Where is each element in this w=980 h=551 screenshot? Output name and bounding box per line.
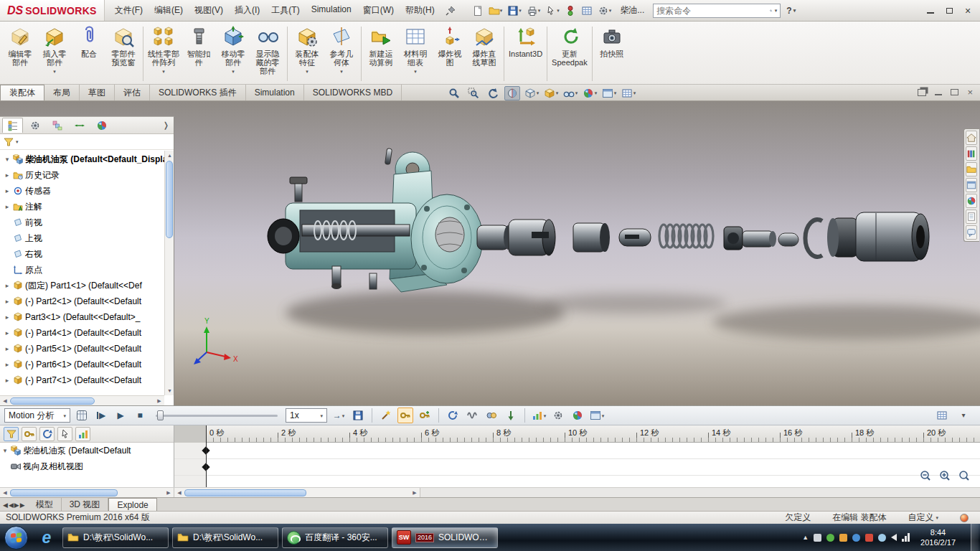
tree-root-assembly[interactable]: ▾ 柴油机油泵 (Default<Default_Displa — [2, 151, 174, 167]
previous-view-icon[interactable] — [485, 86, 501, 100]
expander-icon[interactable]: ▾ — [1, 447, 9, 454]
zoom-in-icon[interactable] — [939, 470, 951, 481]
tree-item-part3[interactable]: ▸ Part3<1> (Default<<Default>_ — [2, 309, 174, 325]
scrollbar-thumb[interactable] — [10, 397, 95, 405]
tree-item-annotations[interactable]: ▸ 注解 — [2, 199, 174, 215]
motor-button[interactable] — [445, 408, 461, 423]
save-animation-button[interactable] — [350, 408, 366, 423]
tray-update-icon[interactable] — [839, 534, 847, 542]
edit-appearance-icon[interactable]: ▾ — [582, 86, 598, 100]
show-desktop-button[interactable] — [971, 524, 979, 551]
expander-icon[interactable]: ▸ — [4, 314, 11, 321]
rebuild-button[interactable] — [563, 4, 578, 18]
menu-window[interactable]: 窗口(W) — [357, 1, 400, 20]
stop-button[interactable]: ■ — [132, 408, 148, 423]
snap-ring-part[interactable] — [805, 220, 822, 257]
minimize-button[interactable] — [921, 4, 940, 18]
view-orientation-icon[interactable]: ▾ — [524, 86, 540, 100]
tree-item-origin[interactable]: 原点 — [2, 262, 174, 278]
end-cap-part[interactable] — [827, 212, 929, 261]
tree-vertical-scrollbar[interactable]: ▲ ▼ — [164, 151, 174, 395]
tray-cloud-icon[interactable] — [878, 534, 886, 542]
hidden-icons-arrow[interactable]: ▲ — [802, 534, 809, 541]
animation-wizard-button[interactable] — [378, 408, 394, 423]
reference-geometry-button[interactable]: 参考几 何体 ▾ — [324, 25, 359, 75]
new-motion-study-button[interactable]: 新建运 动算例 — [364, 25, 398, 67]
search-icon[interactable] — [770, 5, 772, 17]
menu-simulation[interactable]: Simulation — [306, 1, 357, 20]
explode-line-sketch-button[interactable]: 爆炸直 线草图 — [467, 25, 501, 67]
timeline-ruler[interactable]: 0 秒 2 秒 4 秒 6 秒 8 秒 10 秒 12 秒 14 秒 16 秒 … — [174, 425, 980, 443]
expander-icon[interactable]: ▸ — [4, 298, 11, 305]
pin-part[interactable] — [385, 149, 392, 165]
scrollbar-thumb[interactable] — [184, 489, 306, 496]
simulation-setup-button[interactable] — [550, 408, 566, 423]
zoom-fit-icon[interactable] — [446, 86, 462, 100]
tab-sketch[interactable]: 草图 — [80, 85, 115, 100]
instant3d-button[interactable]: Instant3D — [507, 25, 545, 59]
scrollbar-thumb[interactable] — [166, 161, 173, 238]
scrollbar-thumb[interactable] — [10, 489, 118, 496]
tree-item-part7[interactable]: ▸ (-) Part7<1> (Default<<Default — [2, 372, 174, 388]
tray-printer-icon[interactable] — [814, 534, 821, 542]
tree-item-part5[interactable]: ▸ (-) Part5<1> (Default<<Default — [2, 341, 174, 357]
filter-results-button[interactable] — [75, 427, 90, 441]
taskbar-baidu-translate[interactable]: 百度翻译 - 360安... — [282, 527, 388, 548]
tray-antivirus-icon[interactable] — [826, 534, 834, 542]
motion-tree-hscrollbar[interactable]: ◀▶ — [0, 488, 174, 497]
tray-im-icon[interactable] — [852, 534, 860, 542]
timeline-playhead[interactable] — [206, 425, 207, 487]
tree-item-sensors[interactable]: ▸ 传感器 — [2, 183, 174, 199]
insert-component-button[interactable]: 插入零 部件 ▾ — [37, 25, 72, 75]
explode-study-tab[interactable]: Explode — [108, 498, 156, 512]
bom-button[interactable]: 材料明 细表 ▾ — [398, 25, 433, 75]
smart-fastener-button[interactable]: 智能扣 件 — [182, 25, 216, 67]
autokey-button[interactable] — [397, 408, 413, 423]
slider-thumb[interactable] — [157, 410, 164, 420]
menu-view[interactable]: 视图(V) — [189, 1, 229, 20]
calculate-button[interactable] — [74, 408, 90, 423]
playback-mode-button[interactable]: →▾ — [331, 408, 347, 423]
spring-part[interactable] — [659, 225, 713, 248]
open-button[interactable]: ▾ — [487, 4, 504, 18]
spring-button[interactable] — [464, 408, 480, 423]
tree-item-front-plane[interactable]: 前视 — [2, 215, 174, 230]
doc-close-icon[interactable]: × — [967, 88, 973, 97]
expander-icon[interactable]: ▸ — [4, 282, 11, 289]
configurationmanager-tab[interactable] — [47, 118, 67, 133]
menu-file[interactable]: 文件(F) — [109, 1, 149, 20]
small-pin-part[interactable] — [778, 233, 798, 246]
customize-menu[interactable]: 自定义▾ — [908, 512, 938, 524]
coupling-part[interactable] — [477, 220, 555, 255]
timeline-position-slider[interactable] — [156, 409, 278, 422]
appearances-scenes-icon[interactable] — [966, 194, 977, 208]
zoom-area-icon[interactable] — [466, 86, 481, 100]
network-icon[interactable] — [902, 533, 910, 542]
exploded-view-button[interactable]: 爆炸视 图 — [433, 25, 467, 67]
tree-item-part4[interactable]: ▸ (-) Part4<1> (Default<<Default — [2, 325, 174, 341]
gravity-button[interactable] — [503, 408, 519, 423]
tree-item-part2[interactable]: ▸ (-) Part2<1> (Default<<Default — [2, 293, 174, 309]
socket-bolt-part[interactable] — [724, 227, 776, 250]
tab-mbd[interactable]: SOLIDWORKS MBD — [304, 85, 402, 100]
display-options-button[interactable]: ▾ — [589, 408, 605, 423]
contact-button[interactable] — [484, 408, 499, 423]
select-button[interactable]: ▾ — [544, 4, 561, 18]
timeline-hscrollbar[interactable]: ◀▶ — [174, 488, 420, 497]
spacer-part[interactable] — [573, 223, 610, 252]
tab-evaluate[interactable]: 评估 — [115, 85, 150, 100]
tab-layout[interactable]: 布局 — [44, 85, 80, 100]
threed-views-tab[interactable]: 3D 视图 — [62, 498, 109, 512]
custom-properties-icon[interactable] — [966, 209, 977, 224]
motion-timeline[interactable]: 0 秒 2 秒 4 秒 6 秒 8 秒 10 秒 12 秒 14 秒 16 秒 … — [174, 425, 980, 487]
play-from-start-button[interactable]: ▶ — [93, 408, 109, 423]
view-palette-icon[interactable] — [966, 178, 977, 192]
volume-icon[interactable] — [891, 534, 897, 541]
expander-icon[interactable]: ▸ — [4, 187, 11, 194]
filter-driving-button[interactable] — [39, 427, 55, 441]
tree-item-right-plane[interactable]: 右视 — [2, 246, 174, 262]
flange-cover-part[interactable] — [411, 194, 483, 283]
maximize-button[interactable] — [940, 4, 958, 18]
display-style-icon[interactable]: ▾ — [543, 86, 559, 100]
pin-menubar-icon[interactable] — [445, 5, 456, 17]
